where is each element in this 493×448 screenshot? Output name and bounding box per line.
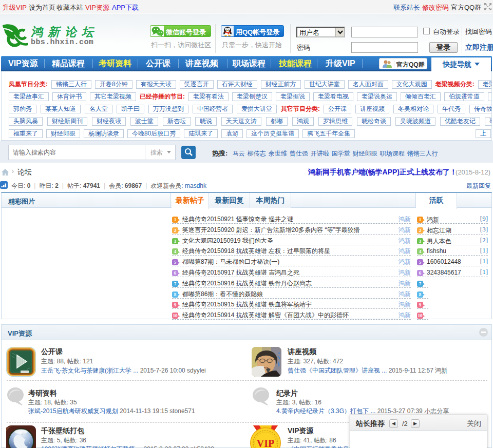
svg-text:VIP: VIP: [257, 438, 274, 448]
